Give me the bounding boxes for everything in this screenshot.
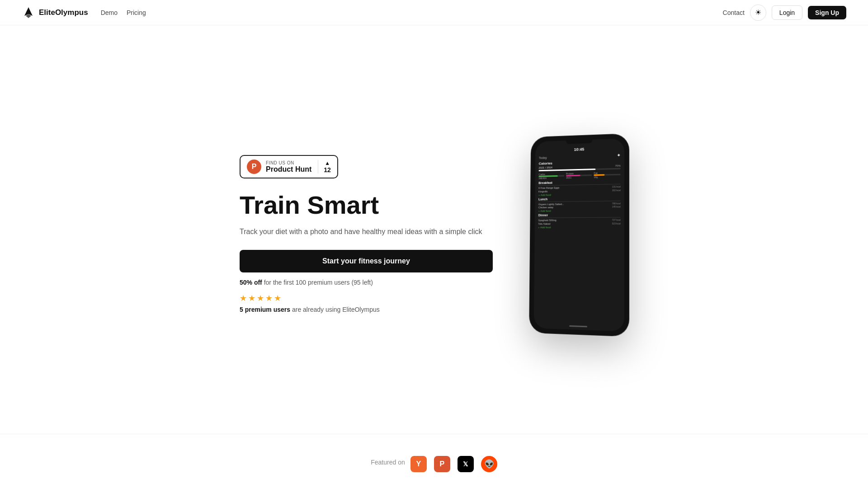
nav-right: Contact ☀ Login Sign Up — [723, 5, 846, 21]
featured-logos: Y P 𝕏 👽 — [410, 456, 497, 472]
ph-count: 12 — [324, 166, 331, 174]
add-food-breakfast: + Add food — [538, 192, 621, 196]
ph-upvotes: ▲ 12 — [318, 160, 331, 174]
add-food-dinner: + Add food — [538, 225, 620, 228]
ph-arrow-icon: ▲ — [325, 160, 330, 166]
phone-content: 10:45 Today ✦ Calories 2321 / 2514 75% — [534, 138, 624, 331]
star-rating: ★ ★ ★ ★ ★ — [240, 293, 493, 303]
food-item: Chicken satay 145 kcal — [538, 205, 621, 209]
phone-macro-carbs: Carbs 348/404 — [538, 173, 564, 180]
product-hunt-icon[interactable]: P — [434, 456, 450, 472]
phone-macro-fat: Fat 18g — [594, 171, 621, 178]
featured-row: Featured on Y P 𝕏 👽 — [0, 452, 868, 472]
star-2: ★ — [248, 293, 255, 303]
logo-icon — [22, 6, 35, 19]
nav-links: Demo Pricing — [101, 9, 146, 16]
product-hunt-badge[interactable]: P FIND US ON Product Hunt ▲ 12 — [240, 155, 338, 178]
add-food-lunch: + Add food — [538, 209, 621, 212]
signup-button[interactable]: Sign Up — [808, 6, 846, 19]
ph-text: FIND US ON Product Hunt — [266, 160, 311, 174]
discount-rest: for the first 100 premium users (95 left… — [262, 279, 373, 286]
featured-section: Featured on Y P 𝕏 👽 — [0, 434, 868, 488]
phone-header: Today ✦ — [539, 153, 621, 160]
theme-toggle-button[interactable]: ☀ — [750, 5, 766, 21]
ycombinator-icon[interactable]: Y — [410, 456, 427, 472]
nav-pricing[interactable]: Pricing — [127, 9, 146, 16]
phone-progress-fill — [539, 169, 596, 171]
discount-bold: 50% off — [240, 279, 262, 286]
phone-time: 10:45 — [539, 146, 621, 153]
cta-button[interactable]: Start your fitness journey — [240, 250, 493, 272]
social-proof: 5 premium users are already using EliteO… — [240, 306, 493, 313]
phone-macros: Carbs 348/404 Protein 15/11 Fat 1 — [538, 171, 620, 180]
ph-name-label: Product Hunt — [266, 165, 311, 174]
hero-title: Train Smart — [240, 191, 493, 219]
phone-macro-protein: Protein 15/11 — [566, 172, 592, 179]
nav-contact[interactable]: Contact — [723, 9, 745, 16]
phone-date: Today — [539, 156, 547, 159]
phone-logo: ✦ — [617, 153, 621, 158]
phone-meal-breakfast: Breakfast 6 Free Range Eggs 131 kcal Kin… — [538, 180, 621, 196]
hero-section: P FIND US ON Product Hunt ▲ 12 Train Sma… — [0, 25, 868, 434]
phone-meal-lunch: Lunch Organic Lightly Salted... 788 kcal… — [538, 197, 621, 212]
login-button[interactable]: Login — [772, 5, 802, 20]
navbar: EliteOlympus Demo Pricing Contact ☀ Logi… — [0, 0, 868, 25]
nav-demo[interactable]: Demo — [101, 9, 118, 16]
discount-text: 50% off for the first 100 premium users … — [240, 279, 493, 286]
phone-calories-val: 2321 / 2514 — [539, 166, 552, 169]
theme-icon: ☀ — [755, 8, 761, 17]
featured-label: Featured on — [371, 459, 405, 466]
nav-left: EliteOlympus Demo Pricing — [22, 6, 146, 19]
hero-content: P FIND US ON Product Hunt ▲ 12 Train Sma… — [240, 155, 493, 313]
social-proof-rest: are already using EliteOlympus — [290, 306, 380, 313]
ph-find-us-label: FIND US ON — [266, 160, 311, 165]
star-4: ★ — [265, 293, 273, 303]
logo-text: EliteOlympus — [39, 8, 88, 17]
phone-meal-dinner: Dinner Spaghetti 500mg 727 kcal Tofu Nak… — [538, 213, 620, 228]
product-hunt-icon: P — [247, 160, 261, 174]
hero-subtitle: Track your diet with a photo and have he… — [240, 226, 493, 237]
food-item: Spaghetti 500mg 727 kcal — [538, 219, 621, 222]
phone-mockup: 10:45 Today ✦ Calories 2321 / 2514 75% — [529, 134, 629, 336]
star-5: ★ — [274, 293, 281, 303]
phone-screen: 10:45 Today ✦ Calories 2321 / 2514 75% — [534, 138, 624, 331]
star-3: ★ — [257, 293, 264, 303]
food-item: Tofu Naked 523 kcal — [538, 222, 621, 225]
logo[interactable]: EliteOlympus — [22, 6, 88, 19]
reddit-icon[interactable]: 👽 — [481, 456, 497, 472]
twitter-x-icon[interactable]: 𝕏 — [458, 456, 474, 472]
phone-cal-pct: 75% — [615, 164, 621, 167]
star-1: ★ — [240, 293, 247, 303]
phone-mockup-container: 10:45 Today ✦ Calories 2321 / 2514 75% — [529, 135, 628, 333]
social-proof-bold: 5 premium users — [240, 306, 290, 313]
